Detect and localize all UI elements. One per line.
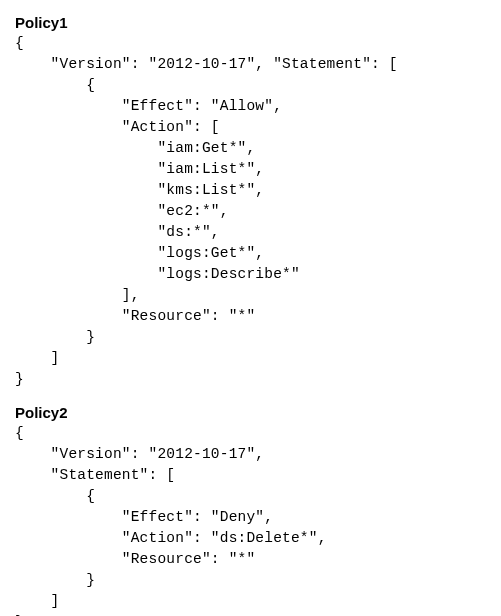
policy1-title: Policy1 — [15, 14, 486, 31]
policy2-code-block: { "Version": "2012-10-17", "Statement": … — [15, 423, 486, 616]
policy2-title: Policy2 — [15, 404, 486, 421]
policy1-code-block: { "Version": "2012-10-17", "Statement": … — [15, 33, 486, 390]
